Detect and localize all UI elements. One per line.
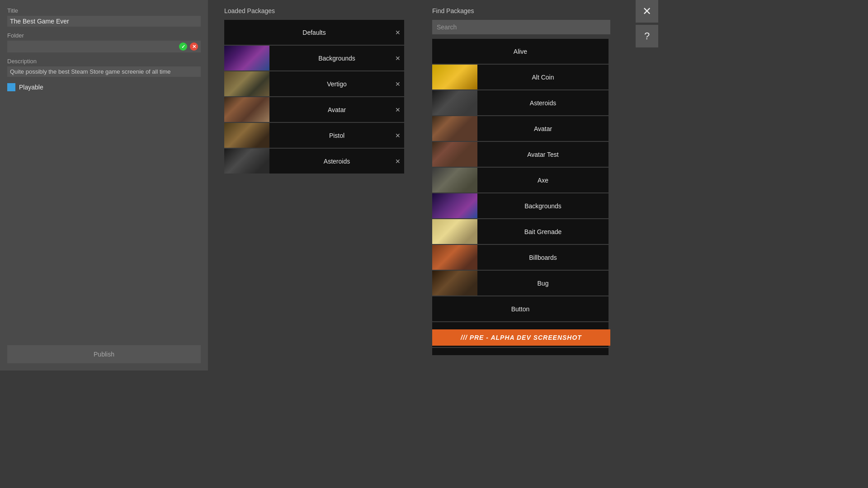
find-item-avatar-test[interactable]: Avatar Test — [432, 142, 609, 167]
find-item-button[interactable]: Button — [432, 296, 609, 321]
loaded-item-close-asteroids[interactable]: ✕ — [395, 158, 401, 165]
title-value: The Best Game Ever — [7, 16, 201, 27]
cancel-icon[interactable]: ✕ — [190, 42, 198, 51]
find-item-asteroids[interactable]: Asteroids — [432, 90, 609, 115]
find-item-label-avatar-test: Avatar Test — [477, 151, 609, 158]
loaded-item-avatar[interactable]: Avatar ✕ — [224, 97, 404, 122]
loaded-item-label-defaults: Defaults — [224, 29, 404, 36]
loaded-item-defaults[interactable]: Defaults ✕ — [224, 20, 404, 45]
middle-panel: Loaded Packages Defaults ✕ Backgrounds ✕… — [217, 0, 411, 371]
loaded-item-asteroids[interactable]: Asteroids ✕ — [224, 149, 404, 174]
find-item-cloud[interactable]: Cloud — [432, 348, 609, 355]
find-item-label-bait-grenade: Bait Grenade — [477, 228, 609, 235]
loaded-item-thumb-backgrounds — [224, 46, 269, 70]
find-item-label-alive: Alive — [432, 48, 609, 55]
find-item-axe[interactable]: Axe — [432, 168, 609, 192]
find-item-thumb-avatar-test — [432, 142, 477, 167]
find-item-billboards[interactable]: Billboards — [432, 245, 609, 270]
loaded-item-close-backgrounds[interactable]: ✕ — [395, 55, 401, 62]
folder-label: Folder — [7, 32, 201, 39]
left-panel: Title The Best Game Ever Folder the_best… — [0, 0, 208, 371]
find-item-thumb-asteroids — [432, 90, 477, 115]
find-item-label-axe: Axe — [477, 177, 609, 184]
find-item-altcoin[interactable]: Alt Coin — [432, 65, 609, 89]
find-item-thumb-bug — [432, 271, 477, 296]
loaded-item-close-avatar[interactable]: ✕ — [395, 106, 401, 113]
find-item-alive[interactable]: Alive — [432, 39, 609, 64]
loaded-item-thumb-avatar — [224, 97, 269, 122]
playable-checkbox[interactable] — [7, 83, 15, 91]
find-item-thumb-backgrounds — [432, 193, 477, 218]
loaded-packages-title: Loaded Packages — [224, 7, 404, 14]
find-item-bait-grenade[interactable]: Bait Grenade — [432, 219, 609, 244]
find-item-thumb-avatar — [432, 116, 477, 141]
loaded-item-label-pistol: Pistol — [269, 132, 404, 139]
publish-button[interactable]: Publish — [7, 345, 201, 363]
description-value: Quite possibly the best Steam Store game… — [7, 66, 201, 77]
find-item-avatar[interactable]: Avatar — [432, 116, 609, 141]
folder-input[interactable]: the_best_game_ever — [10, 43, 176, 50]
loaded-item-close-vertigo[interactable]: ✕ — [395, 80, 401, 88]
find-item-label-altcoin: Alt Coin — [477, 74, 609, 81]
find-item-thumb-billboards — [432, 245, 477, 270]
find-packages-title: Find Packages — [432, 7, 610, 14]
find-item-thumb-altcoin — [432, 65, 477, 89]
loaded-item-label-vertigo: Vertigo — [269, 80, 404, 88]
title-label: Title — [7, 7, 201, 14]
loaded-item-label-asteroids: Asteroids — [269, 158, 404, 165]
pre-alpha-banner: /// PRE - ALPHA DEV SCREENSHOT — [432, 329, 610, 346]
right-panel: Find Packages Alive Alt Coin Asteroids A… — [425, 0, 619, 371]
description-label: Description — [7, 58, 201, 65]
find-item-label-avatar: Avatar — [477, 125, 609, 132]
close-button[interactable]: ✕ — [636, 0, 658, 23]
loaded-item-backgrounds[interactable]: Backgrounds ✕ — [224, 46, 404, 70]
loaded-packages-list: Defaults ✕ Backgrounds ✕ Vertigo ✕ Avata… — [224, 20, 404, 174]
loaded-item-close-defaults[interactable]: ✕ — [395, 29, 401, 36]
help-button[interactable]: ? — [636, 25, 658, 47]
confirm-icon[interactable]: ✓ — [179, 42, 187, 51]
playable-label: Playable — [19, 84, 43, 91]
find-item-thumb-axe — [432, 168, 477, 192]
find-item-bug[interactable]: Bug — [432, 271, 609, 296]
find-item-label-bug: Bug — [477, 280, 609, 287]
loaded-item-pistol[interactable]: Pistol ✕ — [224, 123, 404, 148]
loaded-item-close-pistol[interactable]: ✕ — [395, 132, 401, 139]
search-input[interactable] — [432, 20, 610, 34]
find-packages-list: Alive Alt Coin Asteroids Avatar Avatar T — [432, 39, 610, 355]
loaded-item-thumb-vertigo — [224, 71, 269, 96]
find-item-label-billboards: Billboards — [477, 254, 609, 261]
find-item-label-backgrounds: Backgrounds — [477, 202, 609, 210]
loaded-item-thumb-asteroids — [224, 149, 269, 174]
find-item-label-asteroids: Asteroids — [477, 99, 609, 107]
find-item-label-button: Button — [432, 305, 609, 313]
find-item-thumb-bait-grenade — [432, 219, 477, 244]
folder-row: the_best_game_ever ✓ ✕ — [7, 41, 201, 52]
find-item-backgrounds[interactable]: Backgrounds — [432, 193, 609, 218]
loaded-item-label-avatar: Avatar — [269, 106, 404, 113]
loaded-item-vertigo[interactable]: Vertigo ✕ — [224, 71, 404, 96]
playable-row: Playable — [7, 83, 201, 91]
loaded-item-thumb-pistol — [224, 123, 269, 148]
loaded-item-label-backgrounds: Backgrounds — [269, 55, 404, 62]
